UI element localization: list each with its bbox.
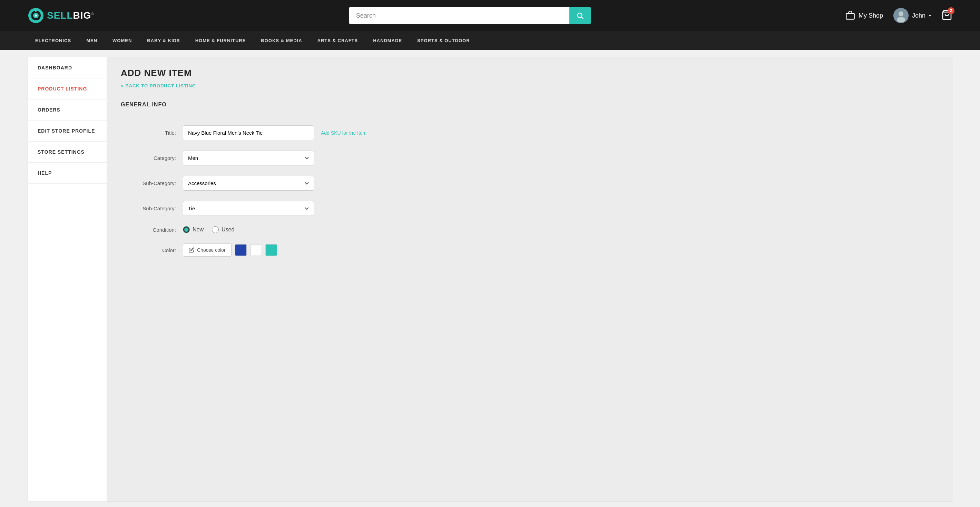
shop-icon xyxy=(845,11,855,21)
logo[interactable]: SELLBIG® xyxy=(28,7,94,24)
chevron-down-icon: ▾ xyxy=(929,13,931,18)
main-layout: DASHBOARD PRODUCT LISTING ORDERS EDIT ST… xyxy=(0,50,980,507)
sidebar-item-store-settings[interactable]: STORE SETTINGS xyxy=(28,142,107,163)
color-swatch-white[interactable] xyxy=(250,244,262,256)
svg-point-3 xyxy=(35,14,37,17)
section-title: GENERAL INFO xyxy=(121,102,938,108)
svg-point-4 xyxy=(577,13,582,18)
title-field[interactable] xyxy=(183,125,314,140)
subcategory1-row: Sub-Category: Accessories xyxy=(128,176,931,191)
category-field[interactable]: Men xyxy=(183,151,314,166)
header: SELLBIG® My Shop xyxy=(0,0,980,31)
search-button[interactable] xyxy=(570,7,591,24)
subcategory2-select[interactable]: Tie xyxy=(183,201,314,216)
search-icon xyxy=(576,12,584,19)
sidebar-item-edit-store-profile[interactable]: EDIT STORE PROFILE xyxy=(28,121,107,142)
condition-field: New Used xyxy=(183,226,314,233)
cart-area[interactable]: 2 xyxy=(941,9,952,22)
condition-new-radio[interactable] xyxy=(183,226,190,233)
nav-item-men[interactable]: MEN xyxy=(79,31,105,50)
subcategory1-label: Sub-Category: xyxy=(128,180,183,186)
user-name: John xyxy=(912,12,926,19)
color-swatch-blue[interactable] xyxy=(235,244,247,256)
cart-badge: 2 xyxy=(948,7,955,14)
nav-item-sports-outdoor[interactable]: SPORTS & OUTDOOR xyxy=(410,31,477,50)
search-bar[interactable] xyxy=(349,7,591,24)
condition-row: Condition: New Used xyxy=(128,226,931,233)
section-divider xyxy=(121,115,938,115)
condition-used-text: Used xyxy=(221,226,234,233)
category-label: Category: xyxy=(128,155,183,161)
header-right: My Shop John ▾ 2 xyxy=(845,8,952,23)
sidebar-item-help[interactable]: HELP xyxy=(28,163,107,184)
svg-line-5 xyxy=(581,17,583,19)
choose-color-button[interactable]: Choose color xyxy=(183,244,232,257)
subcategory1-select[interactable]: Accessories xyxy=(183,176,314,191)
sidebar: DASHBOARD PRODUCT LISTING ORDERS EDIT ST… xyxy=(28,57,107,502)
choose-color-label: Choose color xyxy=(197,247,226,253)
color-swatches: Choose color xyxy=(183,244,314,257)
category-select[interactable]: Men xyxy=(183,151,314,166)
subcategory2-field[interactable]: Tie xyxy=(183,201,314,216)
condition-used-radio[interactable] xyxy=(212,226,219,233)
pencil-icon xyxy=(189,247,194,253)
condition-used-label[interactable]: Used xyxy=(212,226,234,233)
title-input[interactable] xyxy=(183,125,314,140)
title-label: Title: xyxy=(128,130,183,136)
subcategory1-field[interactable]: Accessories xyxy=(183,176,314,191)
sidebar-item-orders[interactable]: ORDERS xyxy=(28,99,107,121)
title-row: Title: Add SKU for the Item xyxy=(128,125,931,140)
my-shop-link[interactable]: My Shop xyxy=(845,11,883,21)
nav-item-arts-crafts[interactable]: ARTS & CRAFTS xyxy=(310,31,366,50)
sidebar-item-dashboard[interactable]: DASHBOARD xyxy=(28,57,107,78)
nav-bar: ELECTRONICS MEN WOMEN BABY & KIDS HOME &… xyxy=(0,31,980,50)
sidebar-item-product-listing[interactable]: PRODUCT LISTING xyxy=(28,78,107,99)
svg-point-8 xyxy=(899,11,904,16)
back-link[interactable]: < BACK TO PRODUCT LISTING xyxy=(121,83,196,88)
category-row: Category: Men xyxy=(128,151,931,166)
subcategory2-row: Sub-Category: Tie xyxy=(128,201,931,216)
condition-new-label[interactable]: New xyxy=(183,226,204,233)
condition-new-text: New xyxy=(192,226,204,233)
avatar xyxy=(893,8,908,23)
nav-item-handmade[interactable]: HANDMADE xyxy=(366,31,410,50)
color-label: Color: xyxy=(128,247,183,253)
form-area: Title: Add SKU for the Item Category: Me… xyxy=(121,125,938,257)
nav-item-home-furniture[interactable]: HOME & FURNITURE xyxy=(188,31,254,50)
my-shop-label: My Shop xyxy=(859,12,883,19)
svg-point-9 xyxy=(897,17,905,22)
nav-item-books-media[interactable]: BOOKS & MEDIA xyxy=(253,31,310,50)
add-sku-link[interactable]: Add SKU for the Item xyxy=(321,130,366,136)
search-input[interactable] xyxy=(349,7,570,24)
color-swatch-cyan[interactable] xyxy=(266,244,277,256)
svg-rect-6 xyxy=(846,13,854,19)
subcategory2-label: Sub-Category: xyxy=(128,206,183,211)
nav-item-electronics[interactable]: ELECTRONICS xyxy=(28,31,79,50)
logo-icon xyxy=(28,7,44,24)
content-area: ADD NEW ITEM < BACK TO PRODUCT LISTING G… xyxy=(107,57,952,502)
color-field: Choose color xyxy=(183,244,314,257)
condition-label: Condition: xyxy=(128,227,183,233)
logo-text: SELLBIG® xyxy=(47,10,94,21)
page-title: ADD NEW ITEM xyxy=(121,68,938,78)
user-area[interactable]: John ▾ xyxy=(893,8,931,23)
color-row: Color: Choose color xyxy=(128,244,931,257)
nav-item-women[interactable]: WOMEN xyxy=(105,31,139,50)
nav-item-baby-kids[interactable]: BABY & KIDS xyxy=(139,31,188,50)
